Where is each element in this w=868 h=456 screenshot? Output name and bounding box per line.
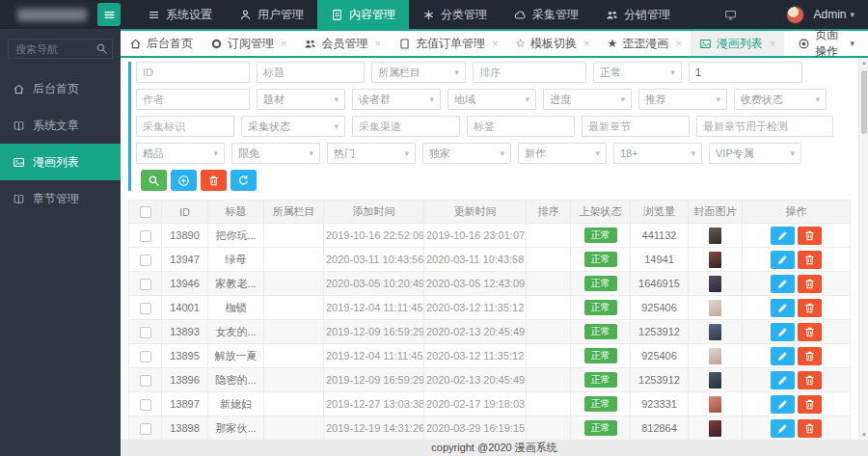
row-checkbox[interactable] bbox=[140, 327, 151, 338]
topmenu-category-management[interactable]: 分类管理 bbox=[409, 0, 501, 29]
filter-collect-status[interactable]: 采集状态▾ bbox=[241, 116, 345, 137]
row-checkbox[interactable] bbox=[140, 255, 151, 266]
filter-exclusive[interactable]: 独家▾ bbox=[422, 143, 511, 164]
cover-cell bbox=[689, 272, 743, 296]
filter-collect-id-input[interactable] bbox=[136, 116, 234, 137]
row-checkbox[interactable] bbox=[140, 399, 151, 411]
sidebar-item-chapter-management[interactable]: 章节管理 bbox=[0, 180, 121, 217]
row-checkbox[interactable] bbox=[140, 351, 151, 362]
edit-button[interactable] bbox=[771, 371, 795, 389]
scroll-up-arrow[interactable]: ▴ bbox=[859, 58, 868, 67]
sidebar-item-system-articles[interactable]: 系统文章 bbox=[0, 107, 121, 144]
filter-collect-channel-input[interactable] bbox=[352, 116, 460, 137]
delete-button[interactable] bbox=[798, 227, 822, 245]
filter-recommend[interactable]: 推荐▾ bbox=[638, 89, 727, 110]
edit-button[interactable] bbox=[771, 395, 795, 414]
close-icon[interactable]: × bbox=[770, 38, 775, 49]
table-header-row: ID标题所属栏目添加时间更新时间排序上架状态浏览量封面图片操作 bbox=[129, 201, 851, 224]
sidebar-toggle-button[interactable] bbox=[97, 3, 121, 26]
filter-theme[interactable]: 题材▾ bbox=[257, 89, 345, 110]
edit-button[interactable] bbox=[771, 299, 795, 317]
delete-button[interactable] bbox=[798, 299, 822, 317]
filter-latest-chapter-detect-input[interactable] bbox=[696, 116, 833, 137]
tab-yy-comic[interactable]: ★歪歪漫画× bbox=[599, 31, 691, 56]
close-icon[interactable]: × bbox=[374, 38, 380, 49]
sidebar-item-admin-home[interactable]: 后台首页 bbox=[0, 70, 121, 107]
cover-thumbnail bbox=[709, 372, 721, 389]
page-actions-dropdown[interactable]: 页面操作 ▾ bbox=[784, 31, 868, 56]
trash-icon bbox=[803, 278, 816, 290]
delete-button[interactable] bbox=[798, 371, 822, 389]
row-checkbox[interactable] bbox=[140, 279, 151, 290]
filter-region[interactable]: 地域▾ bbox=[448, 89, 536, 110]
row-checkbox[interactable] bbox=[140, 303, 151, 314]
filter-tags-input[interactable] bbox=[467, 116, 575, 137]
tab-recharge-order-management[interactable]: 充值订单管理× bbox=[390, 31, 506, 56]
delete-button[interactable] bbox=[798, 275, 822, 293]
checkbox-cell bbox=[129, 272, 162, 296]
search-button[interactable] bbox=[141, 170, 167, 191]
delete-button[interactable] bbox=[798, 251, 822, 269]
row-checkbox[interactable] bbox=[140, 375, 151, 387]
close-icon[interactable]: × bbox=[583, 38, 589, 49]
filter-fee-status[interactable]: 收费状态▾ bbox=[734, 89, 827, 110]
sidebar-item-comic-list[interactable]: 漫画列表 bbox=[0, 144, 121, 180]
filter-status[interactable]: 正常▾ bbox=[593, 62, 682, 83]
add-button[interactable] bbox=[171, 170, 197, 191]
filter-author-input[interactable] bbox=[136, 89, 250, 110]
book-icon bbox=[13, 120, 25, 132]
filter-page-input[interactable] bbox=[689, 62, 802, 83]
tab-member-management[interactable]: 会员管理× bbox=[295, 31, 389, 56]
filter-title-input[interactable] bbox=[257, 62, 365, 83]
tab-subscription-management[interactable]: 订阅管理× bbox=[202, 31, 295, 56]
close-icon[interactable]: × bbox=[492, 38, 498, 49]
select-all-checkbox[interactable] bbox=[140, 206, 151, 218]
edit-button[interactable] bbox=[771, 251, 795, 269]
scrollbar-thumb[interactable] bbox=[861, 70, 867, 134]
book-icon bbox=[13, 193, 25, 205]
tab-comic-list[interactable]: 漫画列表× bbox=[691, 31, 784, 56]
row-checkbox[interactable] bbox=[140, 423, 151, 435]
scroll-down-arrow[interactable]: ▾ bbox=[859, 430, 868, 440]
filter-readers[interactable]: 读者群▾ bbox=[352, 89, 441, 110]
edit-button[interactable] bbox=[771, 347, 795, 365]
filter-sort-input[interactable] bbox=[473, 62, 586, 83]
delete-button[interactable] bbox=[201, 170, 227, 191]
row-checkbox[interactable] bbox=[140, 230, 151, 242]
monitor-icon[interactable] bbox=[724, 9, 737, 21]
edit-button[interactable] bbox=[771, 227, 795, 245]
delete-button[interactable] bbox=[798, 323, 822, 341]
title-cell: 女友的... bbox=[208, 320, 264, 344]
filter-hot[interactable]: 热门▾ bbox=[327, 143, 416, 164]
delete-button[interactable] bbox=[798, 419, 822, 438]
topmenu-collect-management[interactable]: 采集管理 bbox=[501, 0, 592, 29]
pencil-icon bbox=[776, 229, 789, 242]
tab-home[interactable]: 后台首页 bbox=[121, 31, 202, 56]
filter-vip[interactable]: VIP专属▾ bbox=[709, 143, 801, 164]
tab-template-switch[interactable]: ☆模板切换× bbox=[506, 31, 598, 56]
close-icon[interactable]: × bbox=[675, 38, 681, 49]
filter-latest-chapter-input[interactable] bbox=[582, 116, 690, 137]
filter-premium[interactable]: 精品▾ bbox=[136, 143, 225, 164]
filter-new-release[interactable]: 新作▾ bbox=[518, 143, 607, 164]
filter-exclusive-value: 独家 bbox=[429, 147, 450, 161]
admin-menu[interactable]: Admin ▾ bbox=[813, 8, 854, 21]
topmenu-user-management[interactable]: 用户管理 bbox=[226, 0, 317, 29]
refresh-button[interactable] bbox=[231, 170, 257, 191]
edit-button[interactable] bbox=[771, 275, 795, 293]
close-icon[interactable]: × bbox=[281, 38, 286, 49]
topmenu-system-settings[interactable]: 系统设置 bbox=[134, 0, 226, 29]
edit-button[interactable] bbox=[771, 323, 795, 341]
delete-button[interactable] bbox=[798, 395, 822, 414]
filter-id-input[interactable] bbox=[136, 62, 250, 83]
avatar[interactable] bbox=[786, 6, 804, 24]
added-time-cell: 2020-03-05 10:20:49 bbox=[324, 272, 424, 296]
filter-column[interactable]: 所属栏目▾ bbox=[371, 62, 466, 83]
filter-adult[interactable]: 18+▾ bbox=[613, 143, 702, 164]
delete-button[interactable] bbox=[798, 347, 822, 365]
filter-limited-free[interactable]: 限免▾ bbox=[231, 143, 320, 164]
topmenu-content-management[interactable]: 内容管理 bbox=[317, 0, 409, 29]
topmenu-distribution-management[interactable]: 分销管理 bbox=[592, 0, 684, 29]
edit-button[interactable] bbox=[771, 419, 795, 438]
filter-progress[interactable]: 进度▾ bbox=[543, 89, 632, 110]
